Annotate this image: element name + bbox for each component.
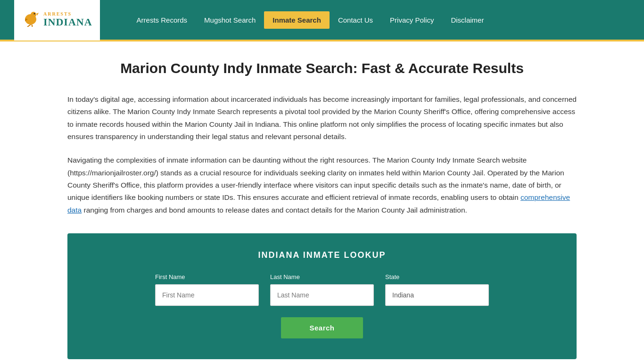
svg-point-3 <box>34 13 35 14</box>
logo-icon <box>22 9 40 31</box>
last-name-group: Last Name <box>270 273 374 306</box>
svg-marker-2 <box>36 13 39 16</box>
svg-point-1 <box>31 12 36 17</box>
site-header: ARRESTS INDIANA Arrests Records Mugshot … <box>0 0 644 41</box>
state-label: State <box>385 273 399 280</box>
para2-text-after-link: ranging from charges and bond amounts to… <box>82 206 467 214</box>
nav-mugshot-search[interactable]: Mugshot Search <box>196 11 264 29</box>
logo[interactable]: ARRESTS INDIANA <box>14 0 100 41</box>
search-fields: First Name Last Name State <box>86 273 558 306</box>
intro-paragraph-2: Navigating the complexities of inmate in… <box>67 154 577 216</box>
search-button[interactable]: Search <box>281 317 363 338</box>
lookup-title: INDIANA INMATE LOOKUP <box>86 250 558 260</box>
page-title: Marion County Indy Inmate Search: Fast &… <box>67 60 577 76</box>
state-group: State <box>385 273 489 306</box>
intro-paragraph-1: In today's digital age, accessing inform… <box>67 93 577 143</box>
state-input[interactable] <box>385 284 489 306</box>
nav-disclaimer[interactable]: Disclaimer <box>442 11 492 29</box>
first-name-label: First Name <box>155 273 185 280</box>
last-name-input[interactable] <box>270 284 374 306</box>
logo-indiana-label: INDIANA <box>43 16 92 28</box>
first-name-input[interactable] <box>155 284 259 306</box>
nav-contact-us[interactable]: Contact Us <box>330 11 381 29</box>
last-name-label: Last Name <box>270 273 300 280</box>
main-content: Marion County Indy Inmate Search: Fast &… <box>39 41 605 362</box>
nav-inmate-search[interactable]: Inmate Search <box>264 11 330 29</box>
main-nav: Arrests Records Mugshot Search Inmate Se… <box>128 11 493 29</box>
para2-text-before-link: Navigating the complexities of inmate in… <box>67 156 564 201</box>
nav-arrests-records[interactable]: Arrests Records <box>128 11 196 29</box>
inmate-lookup-box: INDIANA INMATE LOOKUP First Name Last Na… <box>67 233 577 359</box>
logo-text: ARRESTS INDIANA <box>43 11 92 28</box>
nav-privacy-policy[interactable]: Privacy Policy <box>381 11 442 29</box>
first-name-group: First Name <box>155 273 259 306</box>
